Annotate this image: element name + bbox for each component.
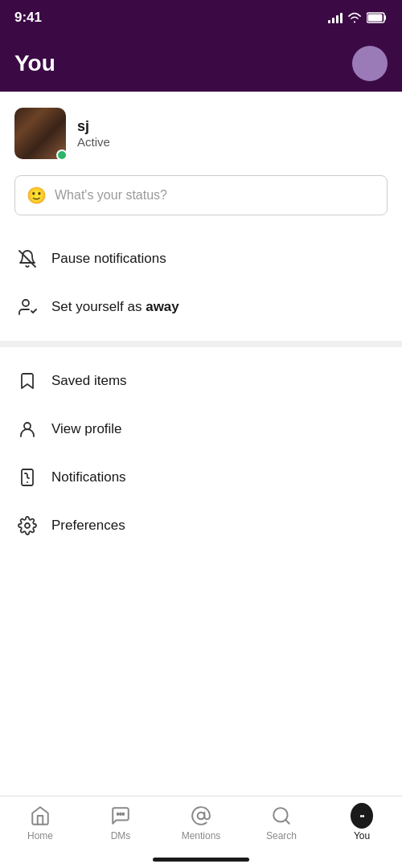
pause-notifications-label: Pause notifications: [51, 251, 166, 267]
pause-notifications-item[interactable]: Pause notifications: [0, 235, 402, 283]
profile-section: sj Active: [0, 92, 402, 172]
person-away-icon: [16, 296, 39, 318]
dms-icon: [109, 805, 132, 827]
active-status: Active: [77, 135, 110, 149]
profile-info: sj Active: [77, 118, 110, 149]
status-icons: [328, 12, 388, 23]
nav-mentions-label: Mentions: [182, 830, 221, 841]
username: sj: [77, 118, 110, 135]
notifications-item[interactable]: Notifications: [0, 453, 402, 502]
home-icon: [29, 805, 51, 827]
nav-dms[interactable]: DMs: [80, 805, 161, 841]
header: You: [0, 35, 402, 92]
preferences-item[interactable]: Preferences: [0, 502, 402, 550]
nav-mentions[interactable]: Mentions: [161, 805, 241, 841]
svg-rect-1: [368, 14, 383, 22]
set-away-item[interactable]: Set yourself as away: [0, 283, 402, 331]
svg-point-4: [24, 423, 31, 429]
search-icon: [270, 805, 293, 827]
set-away-label: Set yourself as away: [51, 299, 179, 315]
gear-icon: [16, 514, 39, 537]
svg-point-10: [122, 813, 124, 815]
page-title: You: [14, 51, 55, 76]
emoji-icon: 🙂: [27, 186, 47, 205]
header-avatar[interactable]: [352, 46, 388, 81]
battery-icon: [367, 12, 388, 23]
view-profile-label: View profile: [51, 421, 122, 437]
nav-search-label: Search: [266, 830, 297, 841]
nav-home[interactable]: Home: [0, 805, 80, 841]
nav-home-label: Home: [27, 830, 53, 841]
svg-point-11: [198, 813, 205, 820]
svg-point-9: [120, 813, 121, 815]
saved-items-label: Saved items: [51, 373, 127, 389]
signal-icon: [328, 12, 343, 23]
notifications-label: Notifications: [51, 469, 126, 485]
status-bar: 9:41: [0, 0, 402, 35]
status-placeholder: What's your status?: [55, 188, 167, 203]
bookmark-icon: [16, 370, 39, 392]
status-time: 9:41: [14, 10, 42, 26]
avatar-wrapper: [14, 108, 66, 159]
nav-search[interactable]: Search: [241, 805, 322, 841]
home-indicator: [153, 858, 249, 862]
svg-point-7: [25, 523, 30, 528]
phone-notification-icon: [16, 466, 39, 489]
nav-you-label: You: [354, 830, 370, 841]
bell-off-icon: [16, 248, 39, 270]
menu-section-1: Pause notifications Set yourself as away: [0, 228, 402, 338]
wifi-icon: [347, 12, 362, 23]
nav-you[interactable]: You: [322, 805, 402, 841]
svg-line-13: [285, 820, 289, 824]
person-icon: [16, 418, 39, 440]
svg-point-8: [117, 813, 119, 815]
nav-dms-label: DMs: [111, 830, 131, 841]
saved-items-item[interactable]: Saved items: [0, 357, 402, 405]
you-nav-icon: [351, 805, 373, 827]
svg-point-3: [23, 300, 29, 306]
status-input[interactable]: 🙂 What's your status?: [14, 175, 388, 215]
view-profile-item[interactable]: View profile: [0, 405, 402, 453]
section-divider: [0, 341, 402, 347]
preferences-label: Preferences: [51, 518, 125, 534]
menu-section-2: Saved items View profile Notifications: [0, 350, 402, 556]
online-indicator: [56, 149, 68, 161]
at-icon: [190, 805, 212, 827]
